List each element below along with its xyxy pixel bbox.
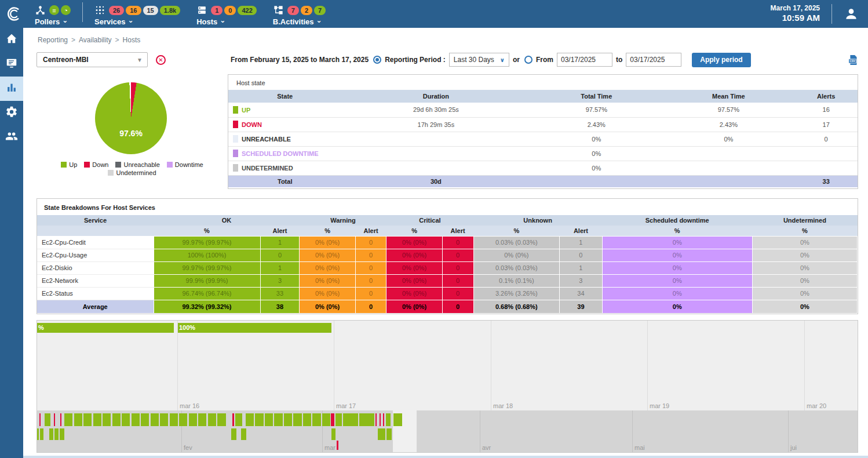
timeline-segment: [54, 428, 59, 440]
unknown-percent-cell: 0.1% (0.1%): [473, 274, 560, 287]
timeline-overview-brush[interactable]: fevmaravrmaijui: [37, 410, 858, 452]
legend-label: Downtime: [175, 161, 203, 168]
group-header: Warning: [300, 215, 386, 226]
breadcrumb-item[interactable]: Hosts: [123, 36, 141, 44]
day-gridline: [334, 321, 334, 410]
host-select[interactable]: Centreon-MBI ▼: [37, 52, 148, 67]
sidebar-item-configuration[interactable]: [0, 101, 23, 125]
state-color-swatch: [233, 135, 238, 143]
reporting-period-label: Reporting Period :: [385, 56, 446, 64]
timeline-segment: [375, 413, 377, 426]
centreon-logo-icon[interactable]: [0, 5, 27, 23]
timeline-segment: [322, 413, 330, 426]
average-row: Average99.32% (99.32%)380% (0%)00% (0%)0…: [37, 300, 858, 313]
unknown-alert-cell: 34: [560, 287, 603, 300]
unknown-percent-cell: 0% (0%): [473, 249, 560, 261]
state-cell: UP: [228, 103, 341, 117]
status-badge: 2: [301, 6, 312, 15]
csv-export-icon[interactable]: CSV: [848, 54, 858, 66]
state-breakdowns-table: ServiceOKWarningCriticalUnknownScheduled…: [37, 215, 858, 314]
month-axis-label: mar: [324, 444, 335, 451]
menu-bactivities[interactable]: 727 B.Activities⌄: [265, 2, 334, 26]
sub-header: [37, 226, 154, 236]
service-name: Ec2-Cpu-Usage: [37, 249, 154, 261]
service-breakdown-row: Ec2-Cpu-Usage100% (100%)00% (0%)00% (0%)…: [37, 249, 858, 261]
breadcrumb-item[interactable]: Availability: [79, 36, 111, 44]
timeline-segment: [39, 413, 41, 426]
state-breakdowns-panel: State Breakdowns For Host Services Servi…: [37, 198, 858, 314]
current-time: 10:59 AM: [771, 13, 820, 24]
group-header: Service: [37, 215, 154, 226]
sidebar-item-home[interactable]: [0, 28, 23, 52]
breadcrumb-item[interactable]: Reporting: [38, 36, 68, 44]
ok-alert-cell: 1: [260, 261, 300, 274]
warning-alert-cell: 0: [355, 236, 386, 249]
warning-alert-cell: 0: [355, 249, 386, 261]
legend-item: Down: [84, 161, 108, 168]
apply-period-button[interactable]: Apply period: [692, 53, 750, 67]
timeline-segment: [331, 428, 335, 440]
month-gridline: [788, 410, 789, 452]
day-axis-label: mar 16: [180, 402, 199, 409]
timeline-segment: [331, 413, 334, 426]
mean-time-cell: 2.43%: [662, 117, 794, 132]
total-time-cell: 97.57%: [530, 103, 662, 117]
sidebar-item-administration[interactable]: [0, 125, 23, 150]
unknown-alert-cell: 3: [560, 274, 603, 287]
custom-period-radio[interactable]: [524, 56, 533, 64]
reporting-period-radio[interactable]: [373, 56, 381, 64]
timeline-segment: [265, 413, 273, 426]
to-date-input[interactable]: [626, 53, 681, 67]
menu-hosts[interactable]: 10422 Hosts⌄: [188, 2, 265, 26]
user-avatar[interactable]: [844, 6, 859, 21]
menu-pollers[interactable]: ≡◔ Pollers⌄: [27, 2, 79, 26]
timeline-segment: [208, 413, 216, 426]
bactivities-status-badges: 727: [287, 6, 326, 15]
critical-alert-cell: 0: [442, 261, 473, 274]
timeline-segment: [303, 413, 311, 426]
alerts-cell: 16: [794, 103, 858, 117]
day-gridline: [804, 321, 805, 410]
timeline-segment: [386, 428, 392, 440]
critical-alert-cell: 0: [442, 287, 473, 300]
period-select[interactable]: Last 30 Days ∨: [449, 53, 509, 67]
ok-percent-cell: 96.74% (96.74%): [154, 287, 260, 300]
host-state-row: UNDETERMINED0%: [228, 161, 858, 175]
timeline-segment: [198, 413, 206, 426]
month-gridline: [480, 410, 480, 452]
timeline-segment: [54, 413, 55, 426]
monitoring-icon: [5, 57, 18, 72]
chevron-down-icon: ⌄: [62, 18, 68, 23]
timeline-segment: [217, 413, 226, 426]
mean-time-cell: [662, 146, 794, 161]
timeline-segment: [151, 413, 159, 426]
duration-cell: 17h 29m 35s: [341, 117, 530, 132]
undetermined-cell: 0%: [752, 300, 857, 313]
alerts-cell: [794, 146, 858, 161]
timeline-segment: [60, 428, 64, 440]
business-activities-icon: [273, 5, 284, 16]
state-label: UNDETERMINED: [242, 165, 293, 172]
warning-alert-cell: 0: [355, 274, 386, 287]
status-badge: 7: [287, 6, 299, 15]
pollers-icon: [35, 5, 46, 16]
legend-swatch: [84, 162, 90, 168]
service-name: Ec2-Diskio: [37, 261, 154, 274]
mean-time-cell: [662, 161, 794, 175]
timeline-segment: [37, 428, 39, 440]
day-axis-label: mar 17: [336, 402, 356, 409]
timeline-main-chart[interactable]: mar 16mar 17mar 18mar 19mar 20%100%: [37, 321, 858, 410]
menu-pollers-label: Pollers: [35, 17, 60, 26]
sub-header: %: [752, 226, 857, 236]
state-color-swatch: [233, 106, 238, 114]
clear-selection-icon[interactable]: ✕: [156, 55, 166, 65]
service-name: Ec2-Network: [37, 274, 154, 287]
sub-header: %: [300, 226, 355, 236]
state-cell: UNDETERMINED: [228, 161, 341, 175]
status-badge: 1: [211, 6, 223, 15]
sidebar-item-reporting[interactable]: [0, 77, 23, 101]
from-date-input[interactable]: [557, 53, 612, 67]
state-label: DOWN: [242, 121, 262, 128]
sidebar-item-monitoring[interactable]: [0, 52, 23, 77]
menu-services[interactable]: 2616151.8k Services⌄: [86, 2, 188, 26]
